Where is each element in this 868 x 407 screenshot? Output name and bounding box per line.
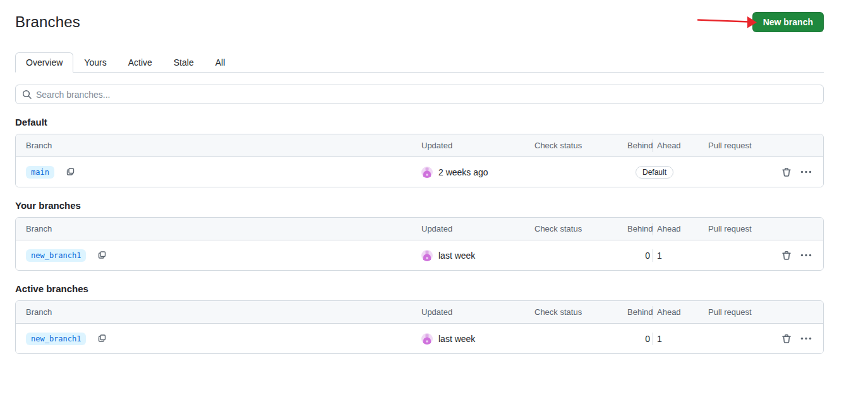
- branch-filter-tabs: Overview Yours Active Stale All: [15, 53, 824, 73]
- table-row: main 2 weeks ago Default: [16, 157, 823, 187]
- ahead-count: 1: [653, 333, 708, 345]
- col-behind: Behind: [627, 139, 653, 152]
- col-check-status: Check status: [534, 224, 627, 233]
- branch-name-link[interactable]: new_branch1: [26, 249, 86, 262]
- copy-icon: [65, 167, 75, 177]
- section-heading-default: Default: [15, 117, 824, 127]
- delete-branch-button[interactable]: [781, 334, 792, 344]
- col-updated: Updated: [421, 141, 534, 150]
- table-header-row: Branch Updated Check status Behind Ahead…: [16, 301, 823, 324]
- copy-branch-name-button[interactable]: [65, 167, 75, 177]
- table-header-row: Branch Updated Check status Behind Ahead…: [16, 218, 823, 240]
- col-check-status: Check status: [534, 307, 627, 317]
- branch-options-button[interactable]: [800, 254, 812, 257]
- kebab-icon: [800, 254, 812, 257]
- col-pull-request: Pull request: [708, 141, 781, 150]
- copy-branch-name-button[interactable]: [97, 251, 107, 261]
- updated-time: last week: [438, 334, 475, 344]
- tab-all[interactable]: All: [205, 52, 236, 72]
- col-updated: Updated: [421, 307, 534, 317]
- col-ahead: Ahead: [653, 223, 708, 235]
- col-check-status: Check status: [534, 141, 627, 150]
- page-title: Branches: [15, 13, 80, 31]
- avatar-image: [421, 167, 433, 178]
- branches-page: Branches New branch Overview Yours Activ…: [15, 0, 824, 354]
- col-branch: Branch: [16, 224, 421, 233]
- col-pull-request: Pull request: [708, 224, 781, 233]
- avatar-image: [421, 250, 433, 261]
- tab-overview[interactable]: Overview: [15, 52, 73, 73]
- updated-time: 2 weeks ago: [438, 167, 488, 177]
- avatar[interactable]: [421, 333, 433, 345]
- new-branch-button[interactable]: New branch: [752, 12, 824, 32]
- ahead-count: 1: [653, 249, 708, 262]
- delete-branch-button[interactable]: [781, 251, 792, 261]
- tab-yours[interactable]: Yours: [73, 52, 117, 72]
- behind-ahead-cell: Default: [627, 166, 708, 179]
- trash-icon: [781, 167, 792, 177]
- active-branches-table: Branch Updated Check status Behind Ahead…: [15, 300, 824, 354]
- col-behind: Behind: [627, 306, 653, 319]
- kebab-icon: [800, 337, 812, 340]
- your-branches-table: Branch Updated Check status Behind Ahead…: [15, 217, 824, 271]
- behind-count: 0: [627, 333, 653, 345]
- col-ahead: Ahead: [653, 306, 708, 319]
- section-heading-active-branches: Active branches: [15, 283, 824, 294]
- table-header-row: Branch Updated Check status Behind Ahead…: [16, 134, 823, 157]
- branch-options-button[interactable]: [800, 170, 812, 174]
- default-branch-table: Branch Updated Check status Behind Ahead…: [15, 134, 824, 187]
- search-icon: [22, 90, 32, 100]
- branch-name-link[interactable]: new_branch1: [26, 333, 86, 345]
- table-row: new_branch1 last week 0 1: [16, 324, 823, 353]
- behind-count: 0: [627, 249, 653, 262]
- trash-icon: [781, 334, 792, 344]
- copy-icon: [97, 334, 107, 344]
- col-updated: Updated: [421, 224, 534, 233]
- table-row: new_branch1 last week 0 1: [16, 240, 823, 270]
- search-branches-input[interactable]: [36, 90, 817, 100]
- copy-icon: [97, 251, 107, 261]
- page-header: Branches New branch: [15, 11, 824, 33]
- branch-options-button[interactable]: [800, 337, 812, 340]
- default-badge: Default: [636, 166, 673, 179]
- col-behind: Behind: [627, 223, 653, 235]
- copy-branch-name-button[interactable]: [97, 334, 107, 344]
- branch-name-link[interactable]: main: [26, 166, 54, 179]
- section-heading-your-branches: Your branches: [15, 200, 824, 211]
- delete-branch-button[interactable]: [781, 167, 792, 177]
- search-branches-box: [15, 85, 824, 104]
- kebab-icon: [800, 170, 812, 174]
- col-ahead: Ahead: [653, 139, 708, 152]
- avatar[interactable]: [421, 167, 433, 178]
- tab-active[interactable]: Active: [118, 52, 163, 72]
- tab-stale[interactable]: Stale: [163, 52, 205, 72]
- trash-icon: [781, 251, 792, 261]
- col-branch: Branch: [16, 307, 421, 317]
- col-branch: Branch: [16, 141, 421, 150]
- updated-time: last week: [438, 251, 475, 261]
- avatar-image: [421, 333, 433, 345]
- avatar[interactable]: [421, 250, 433, 261]
- col-pull-request: Pull request: [708, 307, 781, 317]
